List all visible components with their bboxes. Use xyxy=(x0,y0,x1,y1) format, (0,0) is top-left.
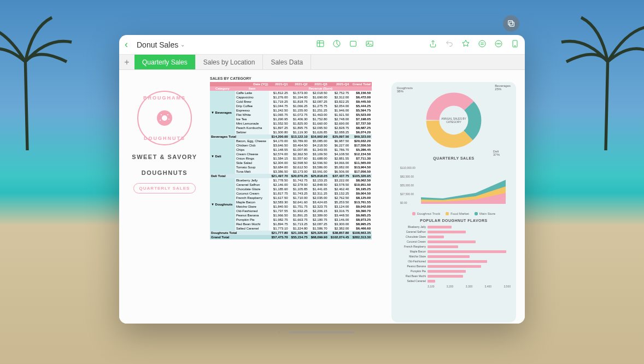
tab-sales-data[interactable]: Sales Data xyxy=(263,55,311,69)
format-icon[interactable] xyxy=(461,39,470,50)
bar-row: Old-Fashioned xyxy=(397,259,511,263)
bar-row: Caramel Saffron xyxy=(397,230,511,234)
table-row[interactable]: ▼ DeliBacon, Egg, Cheese$4,170.00$3,789.… xyxy=(210,139,372,143)
bar-chart[interactable]: Blueberry JellyCaramel SaffronChocolate … xyxy=(397,225,511,290)
bar-row: French Raspberry xyxy=(397,244,511,249)
chevron-down-icon[interactable]: ⌄ xyxy=(180,42,185,48)
svg-rect-2 xyxy=(317,40,324,46)
bar-row: Peanut Banana xyxy=(397,264,511,268)
brand-tagline-2: DOUGHNUTS xyxy=(129,169,200,177)
home-indicator[interactable] xyxy=(289,331,355,333)
bar-row: Matcha Glaze xyxy=(397,254,511,259)
home-indicator-dot xyxy=(278,331,280,333)
add-sheet-button[interactable]: + xyxy=(119,55,134,69)
svg-point-16 xyxy=(161,114,162,115)
bar-row: Pumpkin Pie xyxy=(397,269,511,273)
svg-point-9 xyxy=(497,43,497,44)
palm-right xyxy=(557,0,644,153)
copy-window-button[interactable] xyxy=(503,15,519,32)
table-icon[interactable] xyxy=(316,39,325,50)
subtotal-row[interactable]: Beverages Total$14,200.00$13,122.10$16,9… xyxy=(210,134,372,139)
sheet-canvas[interactable]: BROUGHAMS DOUGHNUTS SWEET & SAVORY DOUGH… xyxy=(119,70,525,324)
svg-text:$55,000.00: $55,000.00 xyxy=(400,184,414,187)
bar-row: Blueberry Jelly xyxy=(397,225,511,229)
table-title: SALES BY CATEGORY xyxy=(210,77,372,80)
svg-point-15 xyxy=(162,115,167,121)
tab-sales-by-location[interactable]: Sales by Location xyxy=(196,55,264,69)
svg-point-18 xyxy=(168,119,169,120)
brand-logo: BROUGHAMS DOUGHNUTS xyxy=(137,91,192,145)
grand-total-row[interactable]: Grand Total$57,475.70$55,154.75$68,099.9… xyxy=(210,235,372,239)
sheet-tabs: + Quarterly Sales Sales by Location Sale… xyxy=(119,55,525,70)
bar-row: Red Bean Mochi xyxy=(397,274,511,278)
chart-icon[interactable] xyxy=(332,39,341,50)
svg-rect-0 xyxy=(510,22,514,26)
subtotal-row[interactable]: Doughnuts Total$21,777.80$21,109.30$25,3… xyxy=(210,231,372,235)
svg-point-19 xyxy=(160,120,161,121)
palm-left xyxy=(0,0,77,153)
back-button[interactable]: ‹ xyxy=(125,39,137,50)
bar-row: Coconut Cream xyxy=(397,239,511,244)
area-chart[interactable]: $110,000.00 $82,500.00 $55,000.00 $27,50… xyxy=(397,165,511,208)
donut-chart[interactable]: ANNUAL SALES BY CATEGORY Beverages25% De… xyxy=(421,87,487,153)
undo-icon[interactable] xyxy=(445,39,454,50)
bar-row: Salted Caramel xyxy=(397,279,511,283)
bar-row: Chocolate Glaze xyxy=(397,234,511,239)
svg-text:$27,500.00: $27,500.00 xyxy=(400,192,414,196)
document-title[interactable]: Donut Sales xyxy=(137,40,178,49)
brand-card: BROUGHAMS DOUGHNUTS SWEET & SAVORY DOUGH… xyxy=(129,91,200,193)
tab-quarterly-sales[interactable]: Quarterly Sales xyxy=(134,55,196,69)
slice-label-doughnuts: Doughnuts38% xyxy=(397,86,413,93)
text-icon[interactable] xyxy=(349,39,358,50)
slice-label-beverages: Beverages25% xyxy=(495,84,511,91)
donut-center-label: ANNUAL SALES BY CATEGORY xyxy=(437,117,470,124)
slice-label-deli: Deli37% xyxy=(493,150,500,156)
bar-chart-title: POPULAR DOUGHNUT FLAVORS xyxy=(397,219,511,222)
svg-point-10 xyxy=(498,43,499,44)
svg-rect-4 xyxy=(350,41,356,46)
svg-text:$110,000.00: $110,000.00 xyxy=(400,166,415,169)
table-row[interactable]: ▼ DoughnutsBlueberry Jelly$1,778.50$1,74… xyxy=(210,178,372,183)
sales-table[interactable]: SALES BY CATEGORY Date (YQ)2021-Q12021-Q… xyxy=(210,77,372,239)
svg-point-13 xyxy=(514,45,515,46)
subtotal-row[interactable]: Deli Total$21,497.70$20,070.25$25,818.05… xyxy=(210,174,372,178)
svg-point-11 xyxy=(500,43,500,44)
toolbar-right xyxy=(429,39,519,50)
quarterly-sales-button[interactable]: QUARTERLY SALES xyxy=(133,183,196,193)
brand-tagline-1: SWEET & SAVORY xyxy=(129,153,200,161)
area-legend: Doughnut Truck Food Market Main Store xyxy=(397,212,511,215)
document-icon[interactable] xyxy=(511,39,519,50)
organize-icon[interactable] xyxy=(478,39,487,50)
more-icon[interactable] xyxy=(494,39,503,50)
svg-rect-1 xyxy=(508,21,513,25)
toolbar-center xyxy=(316,39,374,50)
table-row[interactable]: ▼ BeveragesCaffe Latte$1,812.25$1,573.00… xyxy=(210,91,372,95)
bar-row: Maple Bacon xyxy=(397,249,511,254)
numbers-window: ‹ Donut Sales ⌄ + Quarterly Sales Sales … xyxy=(119,35,525,324)
svg-point-7 xyxy=(479,40,485,47)
svg-text:$0.00: $0.00 xyxy=(400,201,407,204)
media-icon[interactable] xyxy=(365,39,374,50)
share-icon[interactable] xyxy=(429,39,437,50)
area-chart-title: QUARTERLY SALES xyxy=(397,156,511,160)
svg-text:$82,500.00: $82,500.00 xyxy=(400,175,414,178)
titlebar: ‹ Donut Sales ⌄ xyxy=(119,35,525,55)
charts-panel: ANNUAL SALES BY CATEGORY Beverages25% De… xyxy=(391,82,516,322)
svg-point-17 xyxy=(167,114,168,115)
